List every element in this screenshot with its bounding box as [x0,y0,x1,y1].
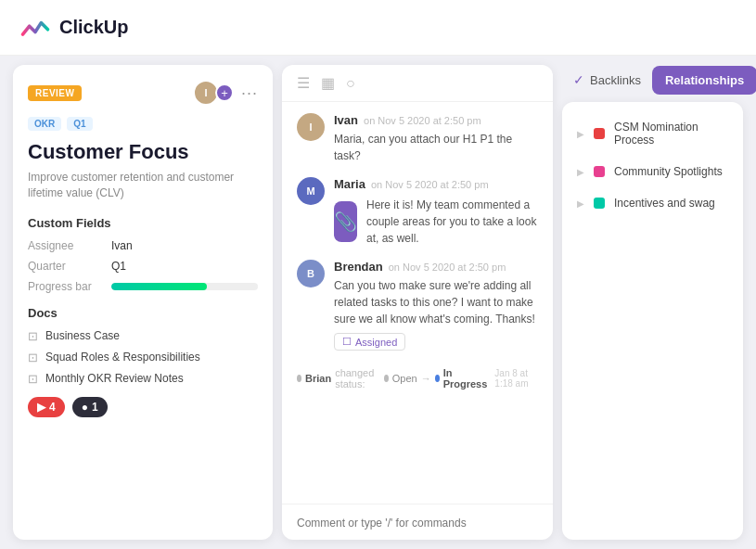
task-description: Improve customer retention and customer … [28,170,258,201]
progress-bar-container [111,283,258,290]
check-icon: ✓ [573,72,584,87]
status-dot-inprogress [435,375,440,382]
rel-tabs: ✓ Backlinks Relationships [562,65,743,95]
status-dot-open [384,375,389,382]
badge-task-count[interactable]: ● 1 [72,397,108,417]
message-ivan-content: Ivan on Nov 5 2020 at 2:50 pm Maria, can… [334,113,538,164]
message-maria: M Maria on Nov 5 2020 at 2:50 pm 📎 Here … [297,177,538,247]
field-label-quarter: Quarter [28,260,111,273]
field-label-progress: Progress bar [28,280,111,293]
rel-item-label-3: Incentives and swag [614,197,728,210]
tab-backlinks[interactable]: ✓ Backlinks [562,65,652,95]
relationships-panel: ✓ Backlinks Relationships ▶ CSM Nominati… [562,65,743,540]
chat-messages: I Ivan on Nov 5 2020 at 2:50 pm Maria, c… [282,102,553,504]
msg-text-brendan: Can you two make sure we're adding all r… [334,277,538,327]
task-title: Customer Focus [28,140,258,164]
attachment-icon: 📎 [334,201,357,242]
doc-item-2[interactable]: ⊡ Squad Roles & Responsibilities [28,351,258,364]
assigned-badge: ☐ Assigned [334,333,405,351]
clickup-logo-icon [19,11,52,45]
msg-text-maria: Here it is! My team commented a couple a… [366,197,538,247]
tab-relationships[interactable]: Relationships [652,66,756,95]
status-to: In Progress [443,367,488,389]
toolbar-list-icon[interactable]: ☰ [297,74,310,92]
doc-item-3[interactable]: ⊡ Monthly OKR Review Notes [28,372,258,386]
tag-q1: Q1 [67,117,92,131]
chat-input-area[interactable] [282,504,553,540]
expand-icon-3: ▶ [577,198,584,209]
message-ivan: I Ivan on Nov 5 2020 at 2:50 pm Maria, c… [297,113,538,164]
message-ivan-header: Ivan on Nov 5 2020 at 2:50 pm [334,113,538,127]
assigned-check-icon: ☐ [342,336,352,348]
task-icon: ● [82,401,88,414]
rel-item-1[interactable]: ▶ CSM Nomination Process [562,111,743,156]
rel-color-dot-2 [594,166,605,177]
app-header: ClickUp [0,0,756,56]
badge-video-count[interactable]: ▶ 4 [28,397,65,417]
video-icon: ▶ [37,401,45,414]
panel-footer: ▶ 4 ● 1 [28,397,258,417]
field-progress: Progress bar [28,280,258,293]
rel-item-label-2: Community Spotlights [614,165,728,178]
tag-okr: OKR [28,117,61,131]
doc-item-1[interactable]: ⊡ Business Case [28,329,258,343]
task-count: 1 [92,401,98,414]
msg-name-maria: Maria [334,177,365,191]
avatar-ivan: I [297,113,325,141]
attachment-block: 📎 Here it is! My team commented a couple… [334,197,538,247]
status-date: Jan 8 at 1:18 am [494,368,538,389]
add-avatar-button[interactable]: + [215,83,234,102]
logo-text: ClickUp [59,17,128,38]
docs-label: Docs [28,306,258,320]
doc-icon: ⊡ [28,351,38,364]
msg-time-maria: on Nov 5 2020 at 2:50 pm [371,179,489,190]
doc-icon: ⊡ [28,372,38,386]
header-right: I + ··· [193,80,258,106]
avatar-maria: M [297,177,325,205]
task-panel-header: REVIEW I + ··· [28,80,258,106]
assigned-label: Assigned [355,337,397,348]
message-brendan: B Brendan on Nov 5 2020 at 2:50 pm Can y… [297,260,538,351]
status-from: Open [392,373,417,384]
rel-color-dot-3 [594,198,605,209]
msg-text-ivan: Maria, can you attach our H1 P1 the task… [334,131,538,164]
chat-input-field[interactable] [297,517,538,530]
message-maria-content: Maria on Nov 5 2020 at 2:50 pm 📎 Here it… [334,177,538,247]
message-maria-header: Maria on Nov 5 2020 at 2:50 pm [334,177,538,191]
video-count: 4 [49,401,56,414]
rel-item-2[interactable]: ▶ Community Spotlights [562,156,743,187]
rel-item-3[interactable]: ▶ Incentives and swag [562,187,743,219]
tab-relationships-label: Relationships [665,73,744,87]
avatar-brendan: B [297,260,325,287]
doc-name-2: Squad Roles & Responsibilities [45,351,200,364]
msg-name-ivan: Ivan [334,113,358,127]
msg-time-ivan: on Nov 5 2020 at 2:50 pm [364,115,481,126]
status-change: Brian changed status: Open → In Progress… [297,364,538,393]
main-content: REVIEW I + ··· OKR Q1 Customer Focus Imp… [0,56,756,549]
doc-name-1: Business Case [45,329,120,342]
task-detail-panel: REVIEW I + ··· OKR Q1 Customer Focus Imp… [13,65,273,540]
message-brendan-header: Brendan on Nov 5 2020 at 2:50 pm [334,260,538,274]
msg-time-brendan: on Nov 5 2020 at 2:50 pm [389,262,506,273]
custom-fields-label: Custom Fields [28,216,258,230]
chat-panel: ☰ ▦ ○ I Ivan on Nov 5 2020 at 2:50 pm Ma… [282,65,553,540]
tags-row: OKR Q1 [28,117,258,131]
field-value-assignee: Ivan [111,239,133,252]
avatar-group: I + [193,80,234,106]
field-label-assignee: Assignee [28,239,111,252]
expand-icon-1: ▶ [577,129,584,139]
relationships-list: ▶ CSM Nomination Process ▶ Community Spo… [562,102,743,540]
message-brendan-content: Brendan on Nov 5 2020 at 2:50 pm Can you… [334,260,538,351]
field-assignee: Assignee Ivan [28,239,258,252]
status-badge: REVIEW [28,85,82,101]
more-options-button[interactable]: ··· [241,83,258,103]
doc-name-3: Monthly OKR Review Notes [45,372,184,385]
expand-icon-2: ▶ [577,167,584,177]
toolbar-calendar-icon[interactable]: ▦ [321,74,335,92]
tab-backlinks-label: Backlinks [590,73,641,87]
doc-icon: ⊡ [28,329,38,343]
rel-item-label-1: CSM Nomination Process [614,121,728,147]
msg-name-brendan: Brendan [334,260,383,274]
field-value-quarter: Q1 [111,260,126,273]
toolbar-clock-icon[interactable]: ○ [346,75,355,92]
